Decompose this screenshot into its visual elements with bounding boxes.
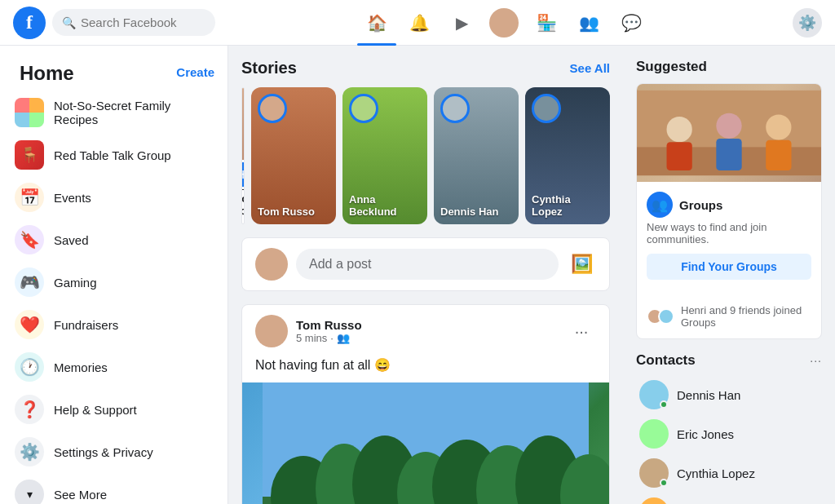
story-cynthia-lopez[interactable]: Cynthia Lopez [525, 87, 610, 224]
sidebar-item-label: Gaming [54, 276, 97, 290]
sidebar: Home Create Not-So-Secret Family Recipes… [0, 46, 228, 504]
online-indicator [660, 479, 668, 487]
story-dennis-han[interactable]: Dennis Han [434, 87, 519, 224]
groups-name: Groups [679, 198, 722, 212]
search-input[interactable] [81, 15, 205, 29]
post-image-content [242, 382, 609, 504]
story-avatar-cynthia [532, 94, 561, 123]
top-navigation: f 🔍 🏠 🔔 ▶ 🏪 👥 💬 ⚙️ [0, 0, 835, 46]
nav-right: ⚙️ [793, 8, 822, 38]
svg-point-44 [766, 114, 791, 139]
sidebar-item-family-recipes[interactable]: Not-So-Secret Family Recipes [7, 91, 221, 134]
contacts-title: Contacts [636, 352, 696, 369]
sidebar-item-saved[interactable]: 🔖 Saved [7, 219, 221, 261]
sidebar-header: Home Create [7, 52, 221, 91]
contacts-header: Contacts ··· [636, 352, 822, 369]
groups-banner-image [637, 84, 821, 182]
fundraisers-icon: ❤️ [15, 310, 44, 339]
post-separator: · [330, 332, 334, 344]
story-label-anna: Anna Becklund [349, 193, 421, 218]
sidebar-item-settings[interactable]: ⚙️ Settings & Privacy [7, 431, 221, 473]
stories-row: + Add to Story Tom Russo Anna Becklund [241, 87, 610, 224]
sidebar-item-label: Help & Support [54, 403, 137, 417]
groups-desc: New ways to find and join communities. [647, 221, 811, 245]
sidebar-item-label: Fundraisers [54, 318, 118, 332]
contact-name-eric: Eric Jones [677, 427, 734, 441]
story-avatar-dennis [440, 94, 470, 123]
groups-nav-button[interactable]: 👥 [569, 3, 608, 42]
settings-icon-button[interactable]: ⚙️ [793, 8, 822, 38]
stories-header: Stories See All [241, 59, 610, 77]
see-all-stories-button[interactable]: See All [570, 61, 610, 75]
story-label-tom: Tom Russo [258, 206, 329, 218]
post-box-avatar [255, 248, 288, 281]
post-author-name: Tom Russo [296, 318, 362, 332]
post-more-button[interactable]: ··· [567, 316, 596, 346]
post-header: Tom Russo 5 mins · 👥 ··· [242, 305, 609, 347]
contact-avatar-cynthia [639, 458, 669, 488]
story-anna-becklund[interactable]: Anna Becklund [342, 87, 427, 224]
svg-rect-45 [766, 140, 791, 170]
story-tom-russo[interactable]: Tom Russo [251, 87, 336, 224]
contact-anna-becklund[interactable]: Anna Becklund [636, 493, 822, 504]
events-icon: 📅 [15, 183, 44, 212]
svg-point-40 [667, 117, 692, 142]
post-user-info: Tom Russo 5 mins · 👥 [255, 315, 362, 347]
post-author-avatar [255, 315, 288, 347]
see-more-label: See More [54, 488, 107, 502]
contact-dennis-han[interactable]: Dennis Han [636, 375, 822, 414]
groups-banner: 👥 Groups New ways to find and join commu… [636, 83, 822, 339]
red-table-icon: 🪑 [15, 140, 44, 170]
contact-cynthia-lopez[interactable]: Cynthia Lopez [636, 453, 822, 493]
story-label-dennis: Dennis Han [440, 206, 512, 218]
sidebar-item-memories[interactable]: 🕐 Memories [7, 346, 221, 388]
groups-banner-header: 👥 Groups [647, 192, 811, 218]
facebook-logo[interactable]: f [13, 7, 46, 39]
feed-post-tom-russo: Tom Russo 5 mins · 👥 ··· Not having fun … [241, 304, 610, 504]
groups-banner-content: 👥 Groups New ways to find and join commu… [637, 182, 821, 290]
messenger-nav-button[interactable]: 💬 [612, 3, 651, 42]
help-icon: ❓ [15, 395, 44, 424]
nav-center: 🏠 🔔 ▶ 🏪 👥 💬 [357, 3, 651, 42]
sidebar-item-red-table[interactable]: 🪑 Red Table Talk Group [7, 134, 221, 176]
add-post-input[interactable]: Add a post [296, 249, 559, 280]
chevron-down-icon: ▾ [15, 480, 44, 504]
find-groups-button[interactable]: Find Your Groups [647, 254, 811, 280]
contact-eric-jones[interactable]: Eric Jones [636, 414, 822, 453]
sidebar-item-help[interactable]: ❓ Help & Support [7, 388, 221, 431]
svg-rect-41 [667, 142, 692, 170]
stories-section: Stories See All + Add to Story Tom Russo [241, 59, 610, 224]
contact-avatar-anna [639, 497, 669, 504]
right-panel: Suggested [623, 46, 835, 504]
home-nav-button[interactable]: 🏠 [357, 3, 396, 42]
sidebar-item-label: Events [54, 191, 91, 205]
story-avatar-tom [258, 94, 287, 123]
memories-icon: 🕐 [15, 352, 44, 382]
audience-icon: 👥 [337, 332, 350, 344]
contact-avatar-eric [639, 419, 669, 449]
profile-nav-button[interactable] [484, 3, 524, 42]
post-time: 5 mins [296, 332, 327, 344]
svg-rect-43 [716, 139, 741, 170]
sidebar-item-label: Not-So-Secret Family Recipes [54, 99, 213, 126]
sidebar-item-fundraisers[interactable]: ❤️ Fundraisers [7, 303, 221, 346]
nav-left: f 🔍 [13, 7, 215, 39]
notifications-nav-button[interactable]: 🔔 [400, 3, 439, 42]
settings-icon: ⚙️ [15, 437, 44, 466]
watch-nav-button[interactable]: ▶ [442, 3, 481, 42]
post-text: Not having fun at all 😄 [242, 347, 609, 382]
page-layout: Home Create Not-So-Secret Family Recipes… [0, 46, 835, 504]
marketplace-nav-button[interactable]: 🏪 [527, 3, 566, 42]
create-button[interactable]: Create [176, 65, 214, 79]
post-image-button[interactable]: 🖼️ [567, 250, 596, 279]
sidebar-item-gaming[interactable]: 🎮 Gaming [7, 261, 221, 303]
sidebar-title: Home [13, 55, 81, 88]
see-more-row[interactable]: ▾ See More [7, 473, 221, 504]
add-story-card[interactable]: + Add to Story [241, 87, 245, 224]
sidebar-item-events[interactable]: 📅 Events [7, 176, 221, 219]
post-user-details: Tom Russo 5 mins · 👥 [296, 318, 362, 344]
groups-icon: 👥 [647, 192, 673, 218]
search-bar[interactable]: 🔍 [52, 9, 215, 36]
stories-title: Stories [241, 59, 297, 77]
contacts-more-button[interactable]: ··· [810, 354, 822, 367]
